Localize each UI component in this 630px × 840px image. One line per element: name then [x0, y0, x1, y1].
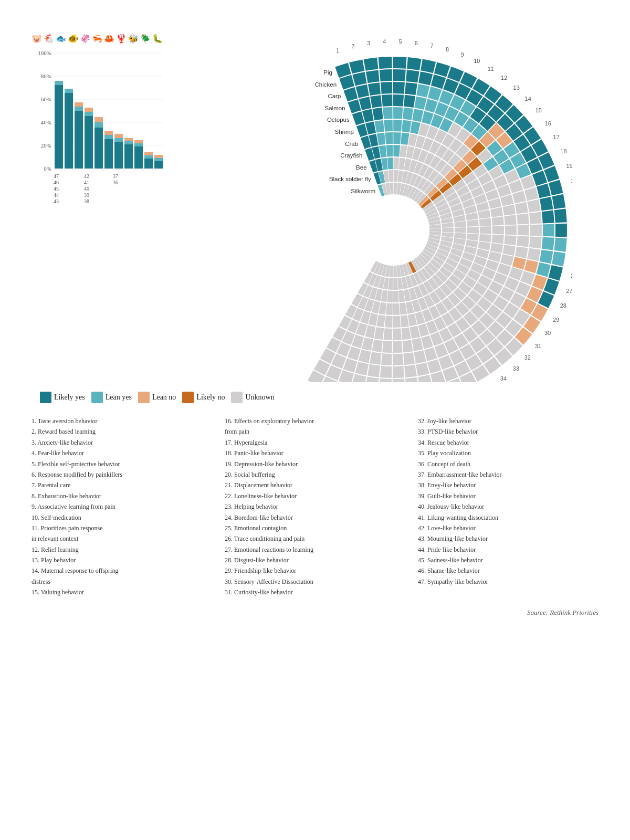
svg-rect-35	[134, 143, 143, 146]
svg-text:80%: 80%	[41, 73, 51, 79]
lean-yes-swatch	[91, 392, 103, 403]
footnote-item: 31. Curiosity-like behavior	[225, 587, 405, 597]
svg-rect-24	[94, 117, 103, 122]
footnote-item: 39. Guilt-like behavior	[418, 491, 598, 501]
bar-chart: 100% 80% 60% 40% 20% 0%	[32, 46, 168, 208]
source-text: Source: Rethink Priorities	[32, 608, 598, 617]
lean-no-swatch	[138, 392, 150, 403]
svg-rect-21	[85, 108, 93, 112]
footnote-item: 21. Displacement behavior	[225, 480, 405, 490]
unknown-swatch	[231, 392, 243, 403]
likely-no-swatch	[182, 392, 194, 403]
top-section: 🐷 🐔 🐟 🐠 🦑 🦐 🦀 🦞 🐝 🪲 🐛 100% 80% 60% 40%	[32, 25, 598, 382]
bsf-icon: 🪲	[140, 34, 151, 44]
svg-rect-32	[124, 141, 133, 144]
footnote-item: 13. Play behavior	[32, 555, 212, 565]
footnotes-col-1: 1. Taste aversion behavior2. Reward base…	[32, 416, 212, 598]
svg-rect-12	[55, 85, 63, 169]
svg-rect-41	[154, 158, 163, 161]
footnote-item: 9. Associative learning from pain	[32, 501, 212, 512]
lean-yes-label: Lean yes	[106, 393, 132, 402]
footnote-item: 12. Relief learning	[32, 544, 212, 555]
capacity-legend: Likely yes Lean yes Lean no Likely no Un…	[32, 392, 598, 403]
footnote-item: in relevant context	[32, 533, 212, 544]
svg-rect-30	[114, 134, 123, 138]
svg-text:36: 36	[113, 180, 118, 185]
svg-text:41: 41	[84, 180, 89, 185]
footnote-item: 4. Fear-like behavior	[32, 448, 212, 458]
footnotes-col-2: 16. Effects on exploratory behavior from…	[225, 416, 405, 598]
footnote-item: 44. Pride-like behavior	[418, 544, 598, 555]
chart-area	[189, 25, 598, 382]
footnote-item: 32. Joy-like behavior	[418, 416, 598, 426]
crayfish-icon: 🦞	[116, 34, 127, 44]
footnote-item: 34. Rescue behavior	[418, 437, 598, 448]
footnote-item: 28. Disgust-like behavior	[225, 555, 405, 565]
left-panel: 🐷 🐔 🐟 🐠 🦑 🦐 🦀 🦞 🐝 🪲 🐛 100% 80% 60% 40%	[32, 25, 189, 211]
svg-text:38: 38	[84, 198, 89, 204]
footnote-item: 24. Boredom-like behavior	[225, 512, 405, 523]
footnote-item: 46. Shame-like behavior	[418, 565, 598, 576]
likely-yes-label: Likely yes	[54, 393, 85, 402]
svg-rect-13	[55, 81, 63, 85]
footnote-item: 5. Flexible self-protective behavior	[32, 459, 212, 469]
footnote-item: 30. Sensory-Affective Dissociation	[225, 576, 405, 587]
svg-text:0%: 0%	[44, 165, 51, 172]
pig-icon: 🐷	[32, 34, 42, 44]
svg-rect-29	[114, 138, 123, 142]
footnote-item: 20. Social buffering	[225, 469, 405, 480]
footnotes-section: 1. Taste aversion behavior2. Reward base…	[32, 416, 598, 598]
svg-rect-25	[104, 139, 113, 169]
footnote-item: 15. Valuing behavior	[32, 587, 212, 597]
footnote-item: 1. Taste aversion behavior	[32, 416, 212, 426]
footnote-item: 19. Depression-like behavior	[225, 459, 405, 469]
footnote-item: 2. Reward based learning	[32, 426, 212, 437]
svg-rect-19	[85, 116, 93, 169]
legend-unknown: Unknown	[231, 392, 274, 403]
svg-text:45: 45	[54, 186, 59, 192]
footnote-item: 35. Play vocalization	[418, 448, 598, 458]
svg-rect-17	[75, 107, 83, 111]
svg-text:39: 39	[84, 192, 89, 198]
svg-rect-36	[134, 140, 143, 143]
svg-rect-42	[154, 155, 163, 158]
footnote-item: distress	[32, 576, 212, 587]
footnote-item: 26. Trace conditioning and pain	[225, 533, 405, 544]
svg-text:44: 44	[54, 192, 59, 198]
svg-text:46: 46	[54, 180, 59, 185]
footnote-item: 36. Concept of death	[418, 459, 598, 469]
crab-icon: 🦀	[104, 34, 114, 44]
likely-no-label: Likely no	[196, 393, 225, 402]
likely-yes-swatch	[40, 392, 51, 403]
svg-rect-14	[65, 93, 73, 169]
footnote-item: 40. Jealousy-like behavior	[418, 501, 598, 512]
svg-rect-20	[85, 112, 93, 116]
footnote-item: 33. PTSD-like behavior	[418, 426, 598, 437]
footnote-item: 18. Panic-like behavior	[225, 448, 405, 458]
svg-rect-31	[124, 144, 133, 169]
footnote-item: 38. Envy-like behavior	[418, 480, 598, 490]
legend-likely-no: Likely no	[182, 392, 225, 403]
footnote-item: 22. Loneliness-like behavior	[225, 491, 405, 501]
footnote-item: 23. Helping behavior	[225, 501, 405, 512]
footnote-item: 14. Maternal response to offspring	[32, 565, 212, 576]
footnote-item: 41. Liking-wanting dissociation	[418, 512, 598, 523]
footnote-item: 11. Prioritizes pain response	[32, 523, 212, 533]
lean-no-label: Lean no	[152, 393, 176, 402]
svg-rect-38	[144, 155, 153, 159]
legend-lean-no: Lean no	[138, 392, 176, 403]
footnote-item: 43. Mourning-like behavior	[418, 533, 598, 544]
footnote-item: 27. Emotional reactions to learning	[225, 544, 405, 555]
footnote-item: 25. Emotional contagion	[225, 523, 405, 533]
legend-lean-yes: Lean yes	[91, 392, 132, 403]
footnote-item: 47. Sympathy-like behavior	[418, 576, 598, 587]
svg-rect-37	[144, 159, 153, 169]
svg-rect-16	[75, 111, 83, 169]
svg-text:47: 47	[54, 173, 59, 179]
salmon-icon: 🐠	[68, 34, 78, 44]
svg-text:40%: 40%	[41, 119, 51, 125]
svg-rect-22	[94, 128, 103, 169]
footnote-item: 7. Parental care	[32, 480, 212, 490]
svg-text:100%: 100%	[38, 50, 51, 56]
svg-rect-34	[134, 146, 143, 169]
